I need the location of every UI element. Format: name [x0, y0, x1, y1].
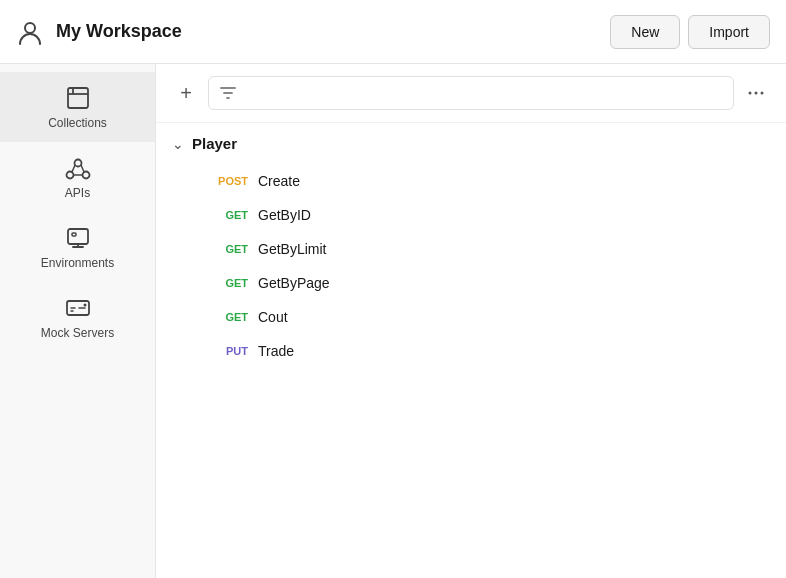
- method-badge: GET: [212, 311, 248, 323]
- mock-servers-label: Mock Servers: [41, 326, 114, 340]
- svg-point-4: [82, 172, 89, 179]
- sidebar-item-collections[interactable]: Collections: [0, 72, 155, 142]
- api-name: GetByPage: [258, 275, 330, 291]
- environments-icon: [64, 224, 92, 252]
- apis-icon: [64, 154, 92, 182]
- header-buttons: New Import: [610, 15, 770, 49]
- user-icon: [16, 18, 44, 46]
- api-list: POST Create GET GetByID GET GetByLimit G…: [156, 164, 786, 368]
- api-item[interactable]: GET GetByLimit: [156, 232, 786, 266]
- add-button[interactable]: +: [172, 79, 200, 107]
- svg-rect-1: [68, 88, 88, 108]
- mock-servers-icon: [64, 294, 92, 322]
- collection-name: Player: [192, 135, 237, 152]
- api-item[interactable]: GET GetByID: [156, 198, 786, 232]
- content-area: + ⌄ Player POST Create GET Ge: [156, 64, 786, 578]
- collection-header[interactable]: ⌄ Player: [156, 123, 786, 164]
- environments-label: Environments: [41, 256, 114, 270]
- method-badge: GET: [212, 209, 248, 221]
- svg-point-8: [83, 304, 86, 307]
- api-item[interactable]: GET GetByPage: [156, 266, 786, 300]
- api-name: GetByID: [258, 207, 311, 223]
- svg-point-9: [749, 92, 752, 95]
- collections-icon: [64, 84, 92, 112]
- api-item[interactable]: PUT Trade: [156, 334, 786, 368]
- import-button[interactable]: Import: [688, 15, 770, 49]
- workspace-title: My Workspace: [56, 21, 182, 42]
- sidebar-item-environments[interactable]: Environments: [0, 212, 155, 282]
- method-badge: POST: [212, 175, 248, 187]
- sidebar-item-mock-servers[interactable]: Mock Servers: [0, 282, 155, 352]
- main-layout: Collections APIs Environm: [0, 64, 786, 578]
- chevron-down-icon: ⌄: [172, 136, 184, 152]
- svg-rect-6: [72, 233, 76, 236]
- api-item[interactable]: POST Create: [156, 164, 786, 198]
- more-button[interactable]: [742, 79, 770, 107]
- svg-point-0: [25, 23, 35, 33]
- sidebar: Collections APIs Environm: [0, 64, 156, 578]
- filter-bar[interactable]: [208, 76, 734, 110]
- header: My Workspace New Import: [0, 0, 786, 64]
- toolbar: +: [156, 64, 786, 123]
- sidebar-item-apis[interactable]: APIs: [0, 142, 155, 212]
- header-left: My Workspace: [16, 18, 182, 46]
- api-name: GetByLimit: [258, 241, 326, 257]
- svg-point-11: [761, 92, 764, 95]
- api-name: Create: [258, 173, 300, 189]
- svg-point-3: [66, 172, 73, 179]
- more-icon: [746, 83, 766, 103]
- apis-label: APIs: [65, 186, 90, 200]
- new-button[interactable]: New: [610, 15, 680, 49]
- filter-icon: [219, 84, 237, 102]
- svg-rect-5: [68, 229, 88, 244]
- method-badge: GET: [212, 243, 248, 255]
- api-item[interactable]: GET Cout: [156, 300, 786, 334]
- svg-point-10: [755, 92, 758, 95]
- api-name: Cout: [258, 309, 288, 325]
- method-badge: GET: [212, 277, 248, 289]
- collections-label: Collections: [48, 116, 107, 130]
- method-badge: PUT: [212, 345, 248, 357]
- api-name: Trade: [258, 343, 294, 359]
